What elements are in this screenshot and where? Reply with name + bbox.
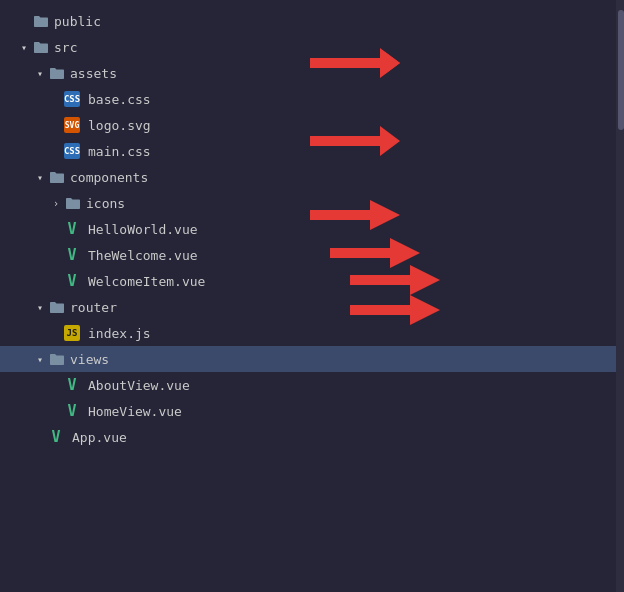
chevron-src <box>16 39 32 55</box>
item-label-thewelcome: TheWelcome.vue <box>88 248 198 263</box>
vue-icon-welcomeitem: V <box>64 273 80 289</box>
item-label-src: src <box>54 40 77 55</box>
item-label-aboutview: AboutView.vue <box>88 378 190 393</box>
vue-icon-aboutview: V <box>64 377 80 393</box>
tree-item-views[interactable]: views <box>0 346 624 372</box>
tree-item-welcomeitem[interactable]: V WelcomeItem.vue <box>0 268 624 294</box>
js-icon-index: JS <box>64 325 80 341</box>
scrollbar[interactable] <box>616 0 624 592</box>
item-label-homeview: HomeView.vue <box>88 404 182 419</box>
tree-item-assets[interactable]: assets <box>0 60 624 86</box>
tree-item-index-js[interactable]: JS index.js <box>0 320 624 346</box>
tree-item-icons[interactable]: icons <box>0 190 624 216</box>
item-label-router: router <box>70 300 117 315</box>
tree-item-thewelcome[interactable]: V TheWelcome.vue <box>0 242 624 268</box>
vue-icon-thewelcome: V <box>64 247 80 263</box>
tree-item-helloworld[interactable]: V HelloWorld.vue <box>0 216 624 242</box>
tree-item-router[interactable]: router <box>0 294 624 320</box>
folder-icon-src <box>32 38 50 56</box>
tree-item-aboutview[interactable]: V AboutView.vue <box>0 372 624 398</box>
folder-icon-router <box>48 298 66 316</box>
item-label-assets: assets <box>70 66 117 81</box>
svg-icon-logo: SVG <box>64 117 80 133</box>
item-label-icons: icons <box>86 196 125 211</box>
folder-icon-assets <box>48 64 66 82</box>
chevron-views <box>32 351 48 367</box>
item-label-helloworld: HelloWorld.vue <box>88 222 198 237</box>
vue-icon-app: V <box>48 429 64 445</box>
css-icon-main: CSS <box>64 143 80 159</box>
folder-icon-views <box>48 350 66 368</box>
item-label-views: views <box>70 352 109 367</box>
vue-icon-helloworld: V <box>64 221 80 237</box>
chevron-icons <box>48 195 64 211</box>
item-label-components: components <box>70 170 148 185</box>
tree-item-src[interactable]: src <box>0 34 624 60</box>
chevron-assets <box>32 65 48 81</box>
folder-icon-components <box>48 168 66 186</box>
tree-item-app-vue[interactable]: V App.vue <box>0 424 624 450</box>
tree-item-base-css[interactable]: CSS base.css <box>0 86 624 112</box>
tree-item-logo-svg[interactable]: SVG logo.svg <box>0 112 624 138</box>
vue-icon-homeview: V <box>64 403 80 419</box>
chevron-components <box>32 169 48 185</box>
folder-icon-icons <box>64 194 82 212</box>
item-label-index-js: index.js <box>88 326 151 341</box>
chevron-router <box>32 299 48 315</box>
tree-item-public[interactable]: public <box>0 8 624 34</box>
item-label-logo-svg: logo.svg <box>88 118 151 133</box>
tree-item-main-css[interactable]: CSS main.css <box>0 138 624 164</box>
item-label-public: public <box>54 14 101 29</box>
item-label-welcomeitem: WelcomeItem.vue <box>88 274 205 289</box>
folder-icon-public <box>32 12 50 30</box>
scrollbar-thumb[interactable] <box>618 10 624 130</box>
item-label-app-vue: App.vue <box>72 430 127 445</box>
tree-item-components[interactable]: components <box>0 164 624 190</box>
css-icon-base: CSS <box>64 91 80 107</box>
item-label-base-css: base.css <box>88 92 151 107</box>
tree-item-homeview[interactable]: V HomeView.vue <box>0 398 624 424</box>
file-explorer[interactable]: public src assets CSS base.css SVG logo.… <box>0 0 624 592</box>
item-label-main-css: main.css <box>88 144 151 159</box>
